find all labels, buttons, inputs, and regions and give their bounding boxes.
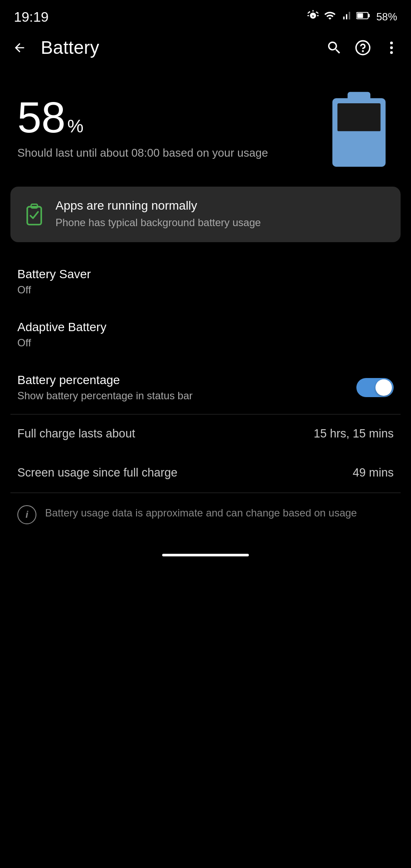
adaptive-battery-item[interactable]: Adaptive Battery Off bbox=[0, 308, 411, 361]
app-bar-actions bbox=[323, 37, 402, 59]
status-bar: 19:19 58% bbox=[0, 0, 411, 30]
battery-saver-content: Battery Saver Off bbox=[17, 267, 394, 296]
more-options-button[interactable] bbox=[381, 37, 402, 59]
battery-estimate: Should last until about 08:00 based on y… bbox=[17, 145, 307, 161]
screen-usage-label: Screen usage since full charge bbox=[17, 466, 177, 480]
svg-point-7 bbox=[390, 51, 393, 54]
battery-saver-item[interactable]: Battery Saver Off bbox=[0, 255, 411, 308]
toggle-thumb bbox=[375, 379, 392, 396]
svg-rect-2 bbox=[357, 13, 363, 18]
svg-point-4 bbox=[362, 51, 363, 52]
page-title: Battery bbox=[41, 37, 313, 58]
svg-rect-9 bbox=[348, 92, 371, 101]
adaptive-battery-status: Off bbox=[17, 337, 394, 349]
signal-icon bbox=[341, 10, 352, 24]
app-bar: Battery bbox=[0, 30, 411, 65]
battery-percentage-toggle-container bbox=[356, 378, 394, 397]
full-charge-row: Full charge lasts about 15 hrs, 15 mins bbox=[0, 414, 411, 454]
battery-saver-status: Off bbox=[17, 284, 394, 296]
battery-check-icon bbox=[23, 201, 45, 227]
footer-note: i Battery usage data is approximate and … bbox=[0, 493, 411, 536]
battery-percentage-title: Battery percentage bbox=[17, 373, 356, 387]
full-charge-value: 15 hrs, 15 mins bbox=[313, 427, 394, 441]
status-card: Apps are running normally Phone has typi… bbox=[10, 187, 401, 242]
svg-point-5 bbox=[390, 42, 393, 44]
battery-percent-symbol: % bbox=[67, 116, 83, 137]
search-button[interactable] bbox=[323, 37, 345, 59]
status-icons: 58% bbox=[307, 10, 397, 24]
back-button[interactable] bbox=[9, 37, 30, 59]
battery-percentage-item[interactable]: Battery percentage Show battery percenta… bbox=[0, 361, 411, 414]
battery-level-section: 58 % Should last until about 08:00 based… bbox=[0, 65, 411, 182]
adaptive-battery-content: Adaptive Battery Off bbox=[17, 320, 394, 349]
status-card-title: Apps are running normally bbox=[55, 199, 388, 213]
svg-rect-1 bbox=[368, 14, 370, 17]
status-card-content: Apps are running normally Phone has typi… bbox=[55, 199, 388, 230]
screen-usage-value: 49 mins bbox=[352, 466, 394, 480]
adaptive-battery-title: Adaptive Battery bbox=[17, 320, 394, 334]
status-card-description: Phone has typical background battery usa… bbox=[55, 215, 388, 230]
battery-saver-title: Battery Saver bbox=[17, 267, 394, 281]
home-indicator[interactable] bbox=[0, 545, 411, 561]
battery-percent-row: 58 % bbox=[17, 95, 307, 139]
status-time: 19:19 bbox=[14, 9, 49, 25]
help-button[interactable] bbox=[352, 37, 374, 59]
footer-note-text: Battery usage data is approximate and ca… bbox=[45, 505, 394, 521]
screen-usage-row: Screen usage since full charge 49 mins bbox=[0, 454, 411, 493]
battery-percentage-toggle[interactable] bbox=[356, 378, 394, 397]
battery-icon-large bbox=[324, 87, 394, 169]
alarm-icon bbox=[307, 10, 319, 24]
svg-point-6 bbox=[390, 46, 393, 49]
status-battery-icon bbox=[356, 10, 370, 24]
battery-percentage-desc: Show battery percentage in status bar bbox=[17, 390, 356, 402]
svg-rect-10 bbox=[337, 103, 380, 131]
battery-info: 58 % Should last until about 08:00 based… bbox=[17, 95, 307, 161]
wifi-icon bbox=[323, 10, 336, 24]
battery-percentage-content: Battery percentage Show battery percenta… bbox=[17, 373, 356, 402]
battery-percent-number: 58 bbox=[17, 95, 65, 139]
info-icon: i bbox=[17, 505, 36, 524]
full-charge-label: Full charge lasts about bbox=[17, 427, 135, 441]
status-battery-percent: 58% bbox=[376, 11, 397, 23]
home-bar bbox=[162, 554, 249, 556]
